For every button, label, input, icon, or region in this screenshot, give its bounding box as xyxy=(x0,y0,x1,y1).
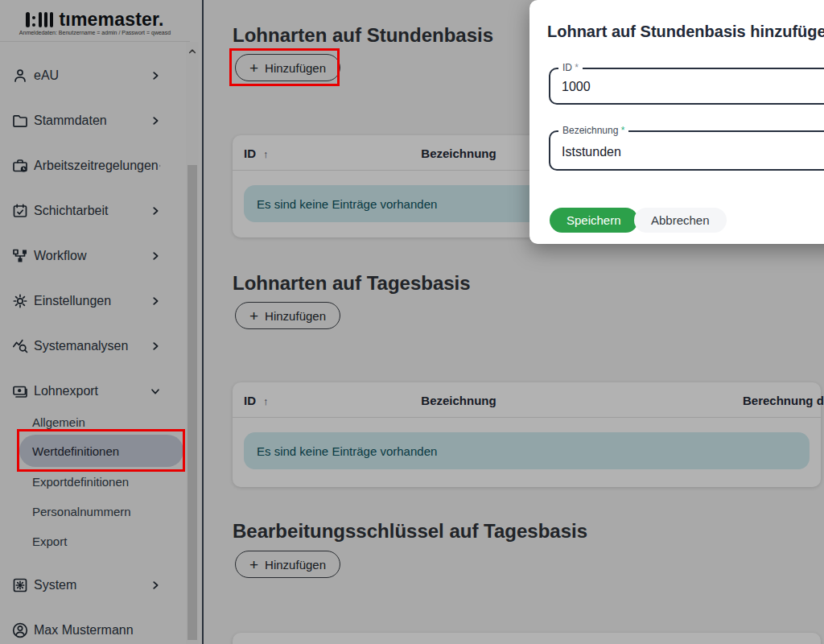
bezeichnung-input[interactable] xyxy=(550,145,824,159)
dialog-title: Lohnart auf Stundenbasis hinzufügen xyxy=(547,23,824,41)
annotation-box-wertdefinitionen xyxy=(17,429,185,472)
bezeichnung-field-label: Bezeichnung * xyxy=(558,125,628,136)
id-field-group: ID * xyxy=(549,68,824,105)
annotation-box-hinzufuegen xyxy=(229,48,340,86)
bezeichnung-field-group: Bezeichnung * xyxy=(549,130,824,171)
cancel-button[interactable]: Abbrechen xyxy=(634,208,727,233)
add-lohnart-dialog: Lohnart auf Stundenbasis hinzufügen ID *… xyxy=(529,0,824,244)
required-asterisk: * xyxy=(621,125,625,136)
required-asterisk: * xyxy=(575,62,579,73)
id-field-label: ID * xyxy=(558,62,583,73)
id-input[interactable] xyxy=(550,80,824,94)
save-button[interactable]: Speichern xyxy=(550,208,638,233)
